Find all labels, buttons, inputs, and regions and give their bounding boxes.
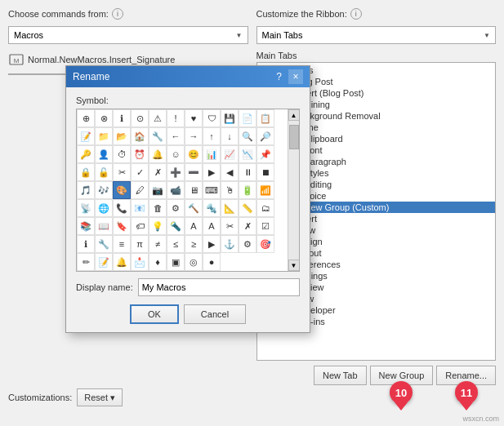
choose-dropdown[interactable]: Macros ▼: [8, 26, 248, 44]
symbol-cell-34[interactable]: 🔓: [95, 163, 113, 181]
symbol-cell-4[interactable]: ⚠: [149, 109, 167, 127]
display-name-input[interactable]: [138, 278, 300, 296]
symbol-cell-69[interactable]: 🏷: [131, 217, 149, 235]
symbol-cell-51[interactable]: ⌨: [203, 181, 221, 199]
symbol-cell-29[interactable]: 📊: [203, 145, 221, 163]
symbol-cell-74[interactable]: ✂: [221, 217, 239, 235]
symbol-cell-31[interactable]: 📉: [239, 145, 256, 163]
scroll-up-btn[interactable]: ▲: [288, 109, 300, 121]
symbol-cell-54[interactable]: 📶: [256, 181, 274, 199]
symbol-cell-75[interactable]: ✗: [239, 217, 256, 235]
dialog-question-mark[interactable]: ?: [276, 71, 282, 82]
symbol-cell-21[interactable]: 🔎: [256, 127, 274, 145]
symbol-cell-10[interactable]: 📋: [256, 109, 274, 127]
symbol-cell-77[interactable]: ℹ: [77, 235, 95, 253]
symbol-cell-41[interactable]: ◀: [221, 163, 239, 181]
symbol-cell-68[interactable]: 🔖: [113, 217, 131, 235]
symbol-cell-71[interactable]: 🔦: [167, 217, 185, 235]
symbol-cell-42[interactable]: ⏸: [239, 163, 256, 181]
symbol-cell-53[interactable]: 🔋: [239, 181, 256, 199]
symbol-cell-65[interactable]: 🗂: [256, 199, 274, 217]
symbol-cell-3[interactable]: ⊙: [131, 109, 149, 127]
scroll-thumb[interactable]: [289, 125, 299, 149]
symbol-cell-45[interactable]: 🎶: [95, 181, 113, 199]
new-tab-button[interactable]: New Tab: [314, 366, 367, 385]
cancel-button[interactable]: Cancel: [184, 304, 246, 324]
symbol-cell-93[interactable]: ▣: [167, 253, 185, 271]
symbol-cell-15[interactable]: 🔧: [149, 127, 167, 145]
symbol-cell-52[interactable]: 🖱: [221, 181, 239, 199]
symbol-cell-62[interactable]: 🔩: [203, 199, 221, 217]
scroll-down-btn[interactable]: ▼: [288, 260, 300, 271]
symbol-cell-88[interactable]: ✏: [77, 253, 95, 271]
reset-button[interactable]: Reset ▾: [77, 388, 123, 406]
symbol-cell-82[interactable]: ≤: [167, 235, 185, 253]
dialog-close-button[interactable]: ×: [288, 69, 303, 84]
symbol-cell-14[interactable]: 🏠: [131, 127, 149, 145]
symbol-cell-49[interactable]: 📹: [167, 181, 185, 199]
symbol-cell-18[interactable]: ↑: [203, 127, 221, 145]
symbol-cell-46[interactable]: 🎨: [113, 181, 131, 199]
symbol-cell-32[interactable]: 📌: [256, 145, 274, 163]
symbol-cell-95[interactable]: ●: [203, 253, 221, 271]
customize-info-icon[interactable]: i: [350, 8, 362, 20]
symbol-cell-94[interactable]: ◎: [185, 253, 203, 271]
symbol-cell-24[interactable]: ⏱: [113, 145, 131, 163]
symbol-cell-47[interactable]: 🖊: [131, 181, 149, 199]
symbol-cell-92[interactable]: ♦: [149, 253, 167, 271]
symbol-cell-27[interactable]: ☺: [167, 145, 185, 163]
symbol-cell-57[interactable]: 📞: [113, 199, 131, 217]
symbol-cell-60[interactable]: ⚙: [167, 199, 185, 217]
symbol-cell-16[interactable]: ←: [167, 127, 185, 145]
symbol-cell-7[interactable]: 🛡: [203, 109, 221, 127]
symbol-cell-30[interactable]: 📈: [221, 145, 239, 163]
symbol-cell-22[interactable]: 🔑: [77, 145, 95, 163]
symbol-cell-91[interactable]: 📩: [131, 253, 149, 271]
symbol-cell-70[interactable]: 💡: [149, 217, 167, 235]
symbol-cell-39[interactable]: ➖: [185, 163, 203, 181]
symbol-cell-67[interactable]: 📖: [95, 217, 113, 235]
symbol-cell-78[interactable]: 🔧: [95, 235, 113, 253]
symbol-cell-90[interactable]: 🔔: [113, 253, 131, 271]
symbol-scrollbar[interactable]: ▲ ▼: [288, 109, 299, 271]
symbol-cell-48[interactable]: 📷: [149, 181, 167, 199]
symbol-cell-8[interactable]: 💾: [221, 109, 239, 127]
symbol-cell-11[interactable]: 📝: [77, 127, 95, 145]
ok-button[interactable]: OK: [130, 304, 179, 324]
symbol-cell-81[interactable]: ≠: [149, 235, 167, 253]
symbol-cell-6[interactable]: ♥: [185, 109, 203, 127]
symbol-cell-56[interactable]: 🌐: [95, 199, 113, 217]
symbol-cell-63[interactable]: 📐: [221, 199, 239, 217]
symbol-grid[interactable]: ⊕⊗ℹ⊙⚠!♥🛡💾📄📋📝📁📂🏠🔧←→↑↓🔍🔎🔑👤⏱⏰🔔☺😊📊📈📉📌🔒🔓✂✓✗➕➖…: [76, 109, 300, 272]
symbol-cell-61[interactable]: 🔨: [185, 199, 203, 217]
symbol-cell-50[interactable]: 🖥: [185, 181, 203, 199]
symbol-cell-58[interactable]: 📧: [131, 199, 149, 217]
symbol-cell-40[interactable]: ▶: [203, 163, 221, 181]
symbol-cell-25[interactable]: ⏰: [131, 145, 149, 163]
symbol-cell-64[interactable]: 📏: [239, 199, 256, 217]
symbol-cell-0[interactable]: ⊕: [77, 109, 95, 127]
symbol-cell-59[interactable]: 🗑: [149, 199, 167, 217]
customize-dropdown[interactable]: Main Tabs ▼: [256, 26, 497, 44]
symbol-cell-89[interactable]: 📝: [95, 253, 113, 271]
symbol-cell-37[interactable]: ✗: [149, 163, 167, 181]
symbol-cell-2[interactable]: ℹ: [113, 109, 131, 127]
symbol-cell-1[interactable]: ⊗: [95, 109, 113, 127]
symbol-cell-23[interactable]: 👤: [95, 145, 113, 163]
symbol-cell-66[interactable]: 📚: [77, 217, 95, 235]
symbol-cell-72[interactable]: A: [185, 217, 203, 235]
rename-dialog[interactable]: Rename ? × Symbol: ⊕⊗ℹ⊙⚠!♥🛡💾📄📋📝📁📂🏠🔧←→↑↓🔍…: [65, 65, 310, 333]
symbol-cell-12[interactable]: 📁: [95, 127, 113, 145]
symbol-cell-28[interactable]: 😊: [185, 145, 203, 163]
symbol-cell-5[interactable]: !: [167, 109, 185, 127]
symbol-cell-17[interactable]: →: [185, 127, 203, 145]
symbol-cell-36[interactable]: ✓: [131, 163, 149, 181]
symbol-cell-35[interactable]: ✂: [113, 163, 131, 181]
symbol-cell-76[interactable]: ☑: [256, 217, 274, 235]
symbol-cell-83[interactable]: ≥: [185, 235, 203, 253]
symbol-cell-9[interactable]: 📄: [239, 109, 256, 127]
symbol-cell-73[interactable]: A: [203, 217, 221, 235]
symbol-cell-44[interactable]: 🎵: [77, 181, 95, 199]
symbol-cell-86[interactable]: ⚙: [239, 235, 256, 253]
symbol-cell-79[interactable]: ≡: [113, 235, 131, 253]
